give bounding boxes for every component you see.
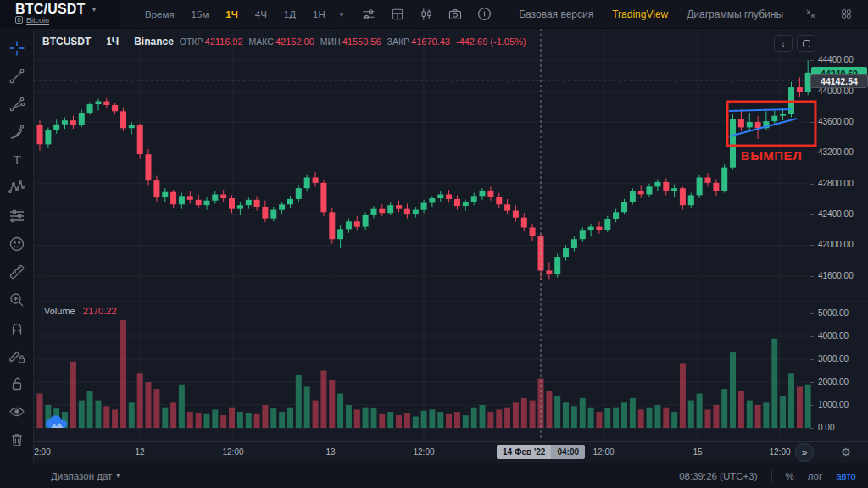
- time-axis[interactable]: » ⚙ 2:001212:001312:0012:001512:00 14 Фе…: [34, 441, 868, 463]
- volume-tick: [810, 336, 814, 337]
- volume-tick-label: 5000.00: [818, 308, 849, 318]
- price-tick: [810, 60, 814, 61]
- price-tick-label: 43200.00: [818, 147, 854, 157]
- visibility-eye-tool-icon[interactable]: [4, 401, 30, 423]
- ohlc-legend: BTCUSDT · 1Ч · Binance ОТКР 42116.92 МАК…: [42, 36, 526, 47]
- view-tabs: Базовая версия TradingView Диаграммы глу…: [519, 6, 868, 23]
- price-axis[interactable]: 44400.00 44000.00 43600.00 43200.00 4280…: [810, 29, 868, 441]
- clock[interactable]: 08:39:26 (UTC+3): [679, 471, 757, 481]
- date-range-selector[interactable]: Диапазон дат ▾: [51, 471, 120, 481]
- price-tick-label: 42800.00: [818, 179, 854, 188]
- chart-area[interactable]: BTCUSDT · 1Ч · Binance ОТКР 42116.92 МАК…: [34, 29, 868, 463]
- lock-tool-icon[interactable]: [4, 373, 30, 395]
- brush-tool-icon[interactable]: [4, 121, 30, 143]
- camera-icon[interactable]: [447, 6, 464, 23]
- time-tick-label: 12:00: [593, 447, 614, 457]
- drawing-lock-tool-icon[interactable]: [4, 345, 30, 367]
- price-tick-label: 42000.00: [818, 240, 854, 249]
- volume-tick-label: 3000.00: [818, 354, 849, 363]
- change-value: -442.69 (-1.05%): [456, 36, 526, 47]
- volume-legend: Volume 2170.22: [44, 306, 117, 316]
- low-label: МИН: [320, 36, 341, 47]
- time-tick-label: 12:00: [222, 447, 243, 457]
- crosshair-tool-icon[interactable]: [4, 37, 30, 59]
- forecast-tool-icon[interactable]: [4, 205, 30, 227]
- time-tick-label: 12:00: [413, 447, 434, 457]
- symbol-selector[interactable]: BTC/USDT ▾ B Bitcoin: [0, 0, 120, 29]
- exchange-logo: [44, 414, 70, 438]
- drawing-toolbar: T: [0, 29, 34, 463]
- tf-1h[interactable]: 1Ч: [218, 6, 245, 23]
- price-tick: [810, 184, 814, 185]
- auto-scale-button[interactable]: авто: [836, 471, 856, 481]
- svg-text:T: T: [13, 153, 20, 167]
- tab-basic-version[interactable]: Базовая версия: [519, 8, 593, 20]
- candlestick-chart[interactable]: [34, 29, 868, 441]
- tf-1w[interactable]: 1Н: [305, 6, 333, 23]
- zoom-in-tool-icon[interactable]: [4, 289, 30, 311]
- apps-grid-icon[interactable]: [837, 6, 854, 23]
- volume-tick: [810, 428, 814, 429]
- tab-depth-charts[interactable]: Диаграммы глубины: [687, 8, 783, 20]
- bitcoin-icon: B: [15, 16, 23, 24]
- volume-label: Volume: [44, 306, 75, 316]
- layout-grid-icon[interactable]: [389, 6, 406, 23]
- volume-tick-label: 0.00: [818, 423, 834, 432]
- legend-symbol[interactable]: BTCUSDT: [42, 36, 91, 47]
- volume-tick: [810, 359, 814, 360]
- low-value: 41550.56: [342, 36, 381, 47]
- high-value: 42152.00: [275, 36, 314, 47]
- trading-app: BTC/USDT ▾ B Bitcoin Время 15м 1Ч 4Ч 1Д …: [0, 0, 868, 488]
- collapse-icon[interactable]: [802, 6, 819, 23]
- magnet-tool-icon[interactable]: [4, 317, 30, 339]
- tf-15m[interactable]: 15м: [184, 6, 217, 23]
- open-label: ОТКР: [180, 36, 203, 47]
- timeframe-more-icon[interactable]: ▾: [335, 10, 349, 19]
- volume-tick-label: 4000.00: [818, 331, 849, 341]
- candle-style-icon[interactable]: [418, 6, 435, 23]
- tf-1d[interactable]: 1Д: [276, 6, 303, 23]
- high-label: МАКС: [249, 36, 274, 47]
- ruler-tool-icon[interactable]: [4, 261, 30, 283]
- trash-tool-icon[interactable]: [4, 429, 30, 451]
- chevron-down-icon: ▾: [116, 472, 120, 480]
- chart-tools: [360, 6, 492, 23]
- symbol-fullname[interactable]: Bitcoin: [26, 16, 49, 25]
- add-icon[interactable]: [476, 6, 492, 23]
- price-tick-label: 44400.00: [818, 55, 854, 64]
- price-tick: [810, 276, 814, 277]
- download-button[interactable]: ↓: [774, 35, 793, 52]
- price-tick-label: 43600.00: [818, 117, 854, 126]
- tf-time[interactable]: Время: [137, 6, 182, 23]
- pitchfork-tool-icon[interactable]: [4, 93, 30, 115]
- price-tick: [810, 92, 814, 92]
- fullscreen-icon: [803, 40, 810, 47]
- log-scale-button[interactable]: лог: [808, 471, 822, 481]
- indicators-icon[interactable]: [360, 6, 377, 23]
- text-tool-icon[interactable]: T: [4, 149, 30, 171]
- scroll-to-latest-button[interactable]: »: [795, 443, 814, 462]
- close-value: 41670.43: [411, 36, 450, 47]
- volume-tick: [810, 382, 814, 383]
- fullscreen-button[interactable]: [797, 35, 815, 52]
- tf-4h[interactable]: 4Ч: [248, 6, 275, 23]
- price-tick: [810, 214, 814, 215]
- date-range-label: Диапазон дат: [51, 471, 112, 481]
- xabcd-pattern-tool-icon[interactable]: [4, 177, 30, 199]
- price-tick-label: 41600.00: [818, 271, 854, 280]
- settings-gear-icon[interactable]: ⚙: [841, 446, 851, 458]
- pennant-annotation-label: ВЫМПЕЛ: [727, 148, 815, 163]
- emoji-tool-icon[interactable]: [4, 233, 30, 255]
- trendline-tool-icon[interactable]: [4, 65, 30, 87]
- volume-tick-label: 2000.00: [818, 377, 849, 386]
- time-tick-label: 2:00: [34, 447, 50, 457]
- chevron-down-icon: ▾: [92, 4, 96, 14]
- volume-tick: [810, 405, 814, 406]
- symbol-name: BTC/USDT: [15, 2, 85, 17]
- divider: [771, 470, 772, 482]
- timeframe-group: Время 15м 1Ч 4Ч 1Д 1Н ▾: [137, 6, 348, 23]
- percent-scale-button[interactable]: %: [786, 471, 794, 481]
- time-tick-label: 12: [135, 447, 144, 457]
- tab-tradingview[interactable]: TradingView: [612, 8, 668, 20]
- volume-tick-label: 1000.00: [818, 400, 849, 409]
